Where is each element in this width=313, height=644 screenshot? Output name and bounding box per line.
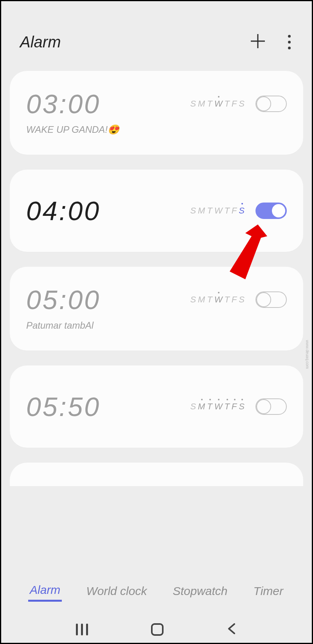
watermark: www.deuaq.com — [305, 340, 309, 369]
alarm-card[interactable]: 03:00SMTWTFSWAKE UP GANDA!😍 — [10, 71, 303, 155]
add-alarm-button[interactable] — [249, 33, 266, 51]
alarm-days: SMTWTFS — [190, 402, 245, 412]
alarm-card[interactable]: 05:50SMTWTFS — [10, 365, 303, 448]
alarm-toggle[interactable] — [255, 96, 287, 112]
alarm-toggle[interactable] — [255, 291, 287, 308]
alarm-row: 04:00SMTWTFS — [26, 197, 287, 224]
tab-timer[interactable]: Timer — [252, 581, 285, 601]
alarm-time: 03:00 — [26, 90, 101, 117]
day-letter: M — [198, 402, 206, 412]
toggle-knob — [271, 203, 286, 218]
nav-home-button[interactable] — [151, 623, 164, 636]
day-letter: M — [198, 99, 206, 109]
toggle-knob — [256, 399, 271, 414]
day-letter: W — [214, 206, 223, 216]
day-letter: F — [232, 402, 237, 412]
day-letter: T — [224, 99, 230, 109]
toggle-knob — [256, 96, 271, 111]
alarm-toggle[interactable] — [255, 203, 287, 219]
alarm-card[interactable]: 04:00SMTWTFS — [10, 170, 303, 252]
day-letter: S — [239, 99, 245, 109]
nav-recents-button[interactable] — [76, 624, 88, 635]
alarm-card-partial[interactable] — [10, 463, 303, 486]
alarm-right: SMTWTFS — [190, 96, 287, 112]
header-actions — [249, 33, 293, 51]
toggle-knob — [256, 292, 271, 307]
day-letter: S — [190, 402, 197, 412]
day-letter: M — [198, 206, 206, 216]
tab-alarm[interactable]: Alarm — [28, 580, 62, 602]
day-letter: T — [224, 206, 230, 216]
day-letter: S — [190, 99, 197, 109]
alarm-days: SMTWTFS — [190, 206, 245, 216]
day-letter: F — [232, 206, 237, 216]
more-options-button[interactable] — [285, 34, 293, 50]
day-letter: S — [239, 295, 245, 305]
chevron-left-icon — [227, 623, 237, 634]
alarm-time: 05:50 — [26, 393, 101, 420]
alarm-right: SMTWTFS — [190, 398, 287, 415]
day-letter: S — [239, 402, 245, 412]
nav-back-button[interactable] — [227, 623, 237, 636]
day-letter: M — [198, 295, 206, 305]
day-letter: F — [232, 99, 237, 109]
plus-icon — [249, 33, 266, 50]
page-title: Alarm — [20, 33, 61, 51]
app-header: Alarm — [1, 1, 312, 71]
day-letter: T — [207, 295, 213, 305]
alarm-card[interactable]: 05:00SMTWTFSPatumar tambAl — [10, 267, 303, 351]
alarm-row: 05:00SMTWTFS — [26, 286, 287, 313]
alarm-row: 03:00SMTWTFS — [26, 90, 287, 117]
bottom-tab-bar: Alarm World clock Stopwatch Timer — [1, 580, 312, 602]
day-letter: T — [207, 206, 213, 216]
system-nav-bar — [1, 623, 312, 636]
day-letter: S — [190, 206, 197, 216]
alarm-days: SMTWTFS — [190, 295, 245, 305]
day-letter: F — [232, 295, 237, 305]
day-letter: T — [224, 402, 230, 412]
day-letter: S — [239, 206, 245, 216]
day-letter: T — [207, 99, 213, 109]
alarm-label: Patumar tambAl — [26, 320, 287, 331]
alarm-toggle[interactable] — [255, 398, 287, 415]
alarm-days: SMTWTFS — [190, 99, 245, 109]
alarm-list: 03:00SMTWTFSWAKE UP GANDA!😍04:00SMTWTFS0… — [1, 71, 312, 448]
tab-world-clock[interactable]: World clock — [85, 581, 148, 601]
alarm-time: 04:00 — [26, 197, 101, 224]
day-letter: W — [214, 402, 223, 412]
tab-stopwatch[interactable]: Stopwatch — [171, 581, 229, 601]
alarm-row: 05:50SMTWTFS — [26, 393, 287, 420]
day-letter: S — [190, 295, 197, 305]
alarm-right: SMTWTFS — [190, 291, 287, 308]
dot-icon — [288, 41, 291, 43]
alarm-right: SMTWTFS — [190, 203, 287, 219]
dot-icon — [288, 35, 291, 38]
dot-icon — [288, 47, 291, 49]
day-letter: T — [207, 402, 213, 412]
day-letter: W — [214, 295, 223, 305]
day-letter: T — [224, 295, 230, 305]
alarm-label: WAKE UP GANDA!😍 — [26, 124, 287, 135]
alarm-time: 05:00 — [26, 286, 101, 313]
day-letter: W — [214, 99, 223, 109]
